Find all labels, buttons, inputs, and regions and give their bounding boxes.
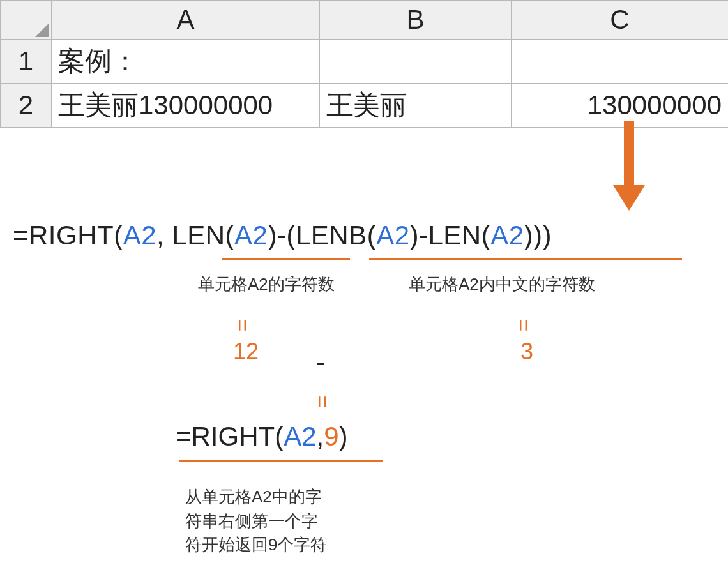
annotation-line: 符开始返回9个字符 [185,533,327,557]
formula-main: =RIGHT(A2, LEN(A2)-(LENB(A2)-LEN(A2))) [13,220,552,251]
formula-text: , [317,421,324,451]
cell-ref: A2 [123,220,156,250]
cell-ref: A2 [284,421,316,451]
annotation-chinese-chars: 单元格A2内中文的字符数 [409,273,595,296]
cell-A1[interactable]: 案例： [52,40,320,84]
svg-marker-0 [35,23,49,37]
corner-triangle-icon [35,23,49,37]
annotation-line: 从单元格A2中的字 [185,485,327,509]
equals-sign: = [511,319,536,332]
formula-text: )-(LENB( [268,220,376,250]
annotation-result: 从单元格A2中的字 符串右侧第一个字 符开始返回9个字符 [185,485,327,557]
formula-text: , LEN( [156,220,234,250]
equals-sign: = [310,396,335,409]
formula-text: =RIGHT( [13,220,123,250]
annotation-line: 符串右侧第一个字 [185,509,327,534]
svg-marker-2 [613,185,645,211]
value-3: 3 [520,338,533,365]
formula-text: )-LEN( [410,220,491,250]
cell-B1[interactable] [320,40,512,84]
spreadsheet: A B C 1 案例： 2 王美丽130000000 王美丽 130000000 [0,0,728,128]
annotation-len: 单元格A2的字符数 [198,273,335,296]
underline-1 [222,258,350,260]
row-header-1[interactable]: 1 [1,40,52,84]
arrow-down-icon [613,121,645,211]
formula-text: ))) [524,220,552,250]
col-header-A[interactable]: A [52,1,320,40]
col-header-C[interactable]: C [512,1,729,40]
value-nine: 9 [324,421,338,451]
minus-sign: - [316,346,326,378]
cell-ref: A2 [376,220,409,250]
cell-ref: A2 [490,220,524,250]
cell-A2[interactable]: 王美丽130000000 [52,84,320,128]
col-header-B[interactable]: B [320,1,512,40]
formula-text: ) [339,421,348,451]
underline-3 [179,460,383,462]
row-header-2[interactable]: 2 [1,84,52,128]
value-12: 12 [233,338,259,365]
cell-ref: A2 [234,220,268,250]
formula-text: =RIGHT( [176,421,284,451]
cell-C1[interactable] [512,40,729,84]
equals-sign: = [230,319,255,332]
svg-rect-1 [624,121,634,185]
cell-B2[interactable]: 王美丽 [320,84,512,128]
select-all-corner[interactable] [1,1,52,40]
formula-simplified: =RIGHT(A2,9) [176,421,348,452]
underline-2 [369,258,682,260]
